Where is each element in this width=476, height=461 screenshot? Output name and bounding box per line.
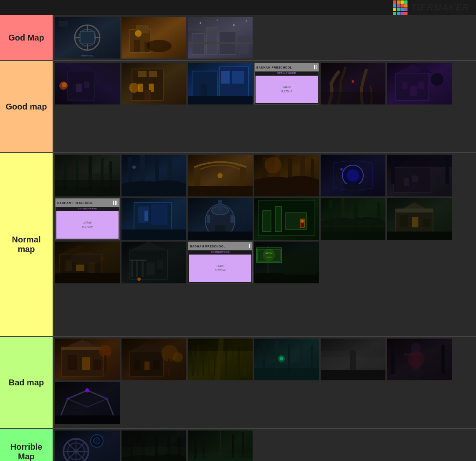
list-item: [55, 242, 120, 283]
tier-items-god: machinery: [53, 15, 476, 60]
svg-rect-55: [410, 86, 417, 96]
svg-rect-188: [232, 348, 233, 376]
tier-row-bad: Bad map: [0, 337, 476, 429]
svg-text:machinery: machinery: [81, 54, 93, 57]
svg-rect-215: [441, 345, 445, 374]
svg-point-87: [347, 169, 359, 182]
svg-rect-176: [153, 360, 160, 370]
list-item: [188, 198, 253, 240]
list-item: [321, 63, 385, 104]
badham-header: BADHAM PRESCHOOL II: [255, 63, 319, 71]
svg-rect-47: [188, 96, 253, 104]
svg-rect-149: [130, 260, 147, 261]
tier-row-horrible: Horrible Map: [0, 429, 476, 461]
svg-rect-212: [412, 370, 415, 378]
svg-rect-174: [134, 359, 140, 370]
svg-rect-66: [55, 173, 120, 186]
svg-rect-56: [402, 82, 408, 89]
svg-rect-19: [238, 36, 248, 54]
list-item: [387, 339, 452, 380]
badham-stats-1: 144m²9,270m²: [215, 264, 226, 273]
svg-rect-150: [147, 262, 155, 275]
svg-rect-30: [84, 82, 89, 88]
svg-rect-11: [134, 40, 140, 52]
badham-roman-1: I: [249, 243, 251, 250]
list-item: [188, 339, 253, 380]
svg-rect-139: [76, 265, 84, 271]
badham-subtitle-3: SPRINGWOOD: [56, 207, 119, 210]
svg-rect-161: [284, 254, 317, 275]
svg-rect-107: [218, 200, 222, 211]
list-item: [122, 17, 186, 59]
list-item: BADHAM PRESCHOOL I SPRINGWOOD 144m²9,270…: [188, 242, 253, 283]
svg-point-89: [340, 168, 343, 171]
svg-rect-46: [200, 84, 207, 96]
list-item: [55, 339, 120, 380]
svg-point-219: [66, 397, 69, 400]
tier-items-bad: [53, 337, 476, 428]
tier-row-god: God Map machinery: [0, 15, 476, 61]
tier-label-bad: Bad map: [0, 337, 53, 428]
svg-rect-166: [68, 355, 77, 370]
logo-text: TiERMAKER: [411, 2, 469, 13]
svg-rect-148: [142, 260, 144, 277]
svg-rect-102: [122, 229, 186, 240]
svg-rect-21: [188, 17, 253, 31]
svg-rect-133: [395, 209, 433, 212]
svg-point-25: [246, 20, 247, 22]
badham-roman-3: III: [113, 199, 118, 206]
svg-rect-195: [288, 344, 290, 372]
svg-rect-114: [263, 211, 271, 232]
tier-label-god: God Map: [0, 15, 53, 60]
svg-rect-115: [275, 206, 281, 232]
svg-rect-20: [188, 42, 253, 44]
svg-point-84: [265, 157, 281, 173]
badham-roman: II: [314, 64, 317, 71]
header: TiERMAKER: [0, 0, 476, 15]
list-item: [188, 430, 253, 461]
badham-title-1: BADHAM PRESCHOOL: [190, 245, 225, 248]
svg-rect-170: [104, 355, 106, 372]
list-item: [122, 155, 186, 196]
svg-rect-93: [404, 178, 409, 186]
list-item: machinery: [55, 17, 120, 59]
svg-point-218: [85, 388, 89, 392]
badham-subtitle: SPRINGWOOD: [255, 71, 319, 75]
svg-rect-147: [136, 260, 138, 277]
list-item: [122, 430, 186, 461]
badham-header-1: BADHAM PRESCHOOL I: [188, 242, 252, 250]
list-item: [254, 339, 319, 380]
svg-point-152: [137, 278, 141, 281]
svg-point-32: [62, 82, 67, 87]
svg-point-199: [280, 357, 283, 360]
svg-rect-96: [391, 159, 395, 184]
list-item: [55, 63, 120, 104]
svg-point-40: [129, 83, 139, 93]
svg-rect-76: [188, 186, 253, 196]
svg-rect-193: [263, 343, 265, 372]
list-item: [122, 242, 186, 283]
svg-rect-141: [55, 273, 120, 283]
list-item: [254, 198, 319, 240]
svg-rect-213: [416, 370, 420, 378]
svg-rect-168: [93, 359, 101, 370]
svg-rect-97: [446, 157, 449, 184]
svg-rect-101: [151, 204, 167, 225]
svg-rect-206: [321, 370, 385, 380]
badham-title-3: BADHAM PRESCHOOL: [57, 201, 93, 204]
svg-point-23: [217, 20, 218, 21]
tiermaker-logo: TiERMAKER: [393, 0, 469, 15]
svg-point-142: [71, 252, 104, 265]
list-item: [387, 63, 452, 104]
svg-rect-214: [391, 343, 395, 374]
list-item: [254, 155, 319, 196]
svg-rect-6: [59, 21, 68, 27]
svg-rect-5: [80, 31, 94, 44]
tier-items-good: BADHAM PRESCHOOL II SPRINGWOOD 144m²9,27…: [53, 61, 476, 152]
list-item: [122, 63, 186, 104]
svg-point-24: [233, 24, 235, 26]
svg-point-13: [147, 40, 172, 52]
svg-rect-29: [76, 84, 82, 92]
svg-rect-151: [157, 260, 163, 269]
list-item: [387, 198, 452, 240]
